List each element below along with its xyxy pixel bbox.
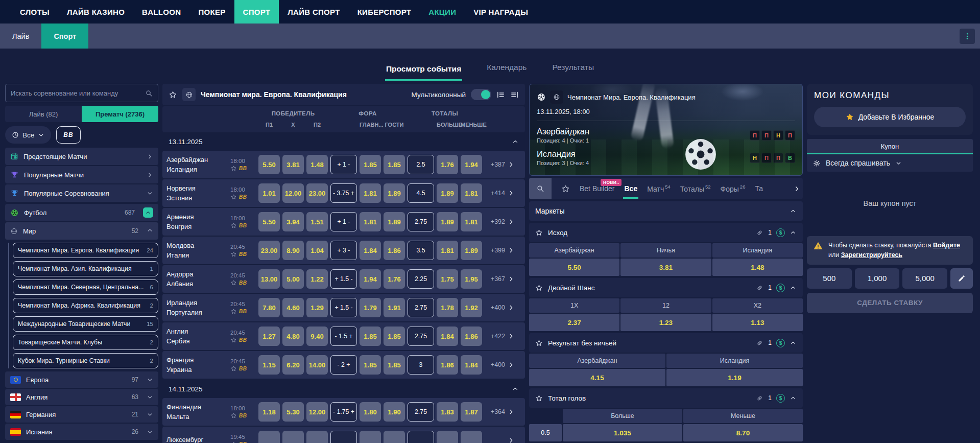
odd-over[interactable]: 1.76 [437,155,458,174]
league-item[interactable]: Чемпионат Мира. Северная, Центральна... … [13,279,158,295]
match-row[interactable]: Азербайджан Исландия 18:00 BB 5.503.811.… [162,151,525,178]
total-line[interactable]: 2.25 [408,269,434,289]
sidebar-item-eu[interactable]: Европа 97 [5,371,158,388]
option-odd[interactable]: 4.15 [529,369,665,386]
star-icon[interactable] [230,222,237,229]
sub-tab-1[interactable]: Лайв [0,24,41,49]
odd-p1[interactable]: 1.15 [258,355,280,375]
odd-under[interactable]: 1.94 [461,155,482,174]
option-odd[interactable]: 1.48 [712,259,803,276]
total-line[interactable]: 2.75 [408,327,434,346]
star-icon[interactable] [230,251,237,258]
chevron-right-icon[interactable] [793,185,801,193]
markets-accordion[interactable]: Маркеты [529,201,803,221]
top-nav-item-5[interactable]: СПОРТ [234,0,279,24]
odd-over[interactable]: 1.89 [437,183,458,203]
top-nav-item-8[interactable]: АКЦИИ [420,0,465,24]
date-group-header[interactable]: 14.11.2025 [162,380,525,398]
total-line[interactable]: 2.75 [408,298,434,317]
market-header[interactable]: Тотал голов 1 $ [529,388,803,408]
more-markets-count[interactable]: +400 [485,304,505,311]
odd-handicap-away[interactable] [384,431,405,443]
option-odd[interactable]: 1.23 [620,314,711,331]
odd-x[interactable]: 4.60 [282,298,304,317]
odd-handicap-away[interactable]: 1.90 [384,402,405,422]
odd-p2[interactable]: 9.40 [306,327,328,346]
odd-x[interactable]: 6.20 [282,355,304,375]
odd-over[interactable]: 1.83 [437,402,458,422]
stake-chip[interactable]: 1,000 [855,268,900,289]
handicap-line[interactable]: - 2 + [330,355,357,375]
match-row[interactable]: Норвегия Эстония 18:00 BB 1.0112.0023.00… [162,179,525,207]
odd-p2[interactable]: 1.48 [306,155,328,174]
market-tab-6[interactable]: Та [755,184,763,193]
chevron-right-icon[interactable] [508,304,515,311]
star-icon[interactable] [230,279,237,286]
place-bet-button[interactable]: СДЕЛАТЬ СТАВКУ [807,293,973,313]
star-icon[interactable] [230,194,237,200]
odd-handicap-home[interactable]: 1.85 [360,155,381,174]
more-markets-count[interactable]: +364 [485,408,505,415]
odd-x[interactable]: 5.30 [282,402,304,422]
league-item[interactable]: Чемпионат Мира. Африка. Квалификация 2 [13,298,158,313]
total-line[interactable]: 2.75 [408,402,434,422]
match-row[interactable]: Люксембург 19:45 BB [162,427,525,443]
star-icon[interactable] [230,441,237,443]
chevron-right-icon[interactable] [508,333,515,340]
odd-handicap-away[interactable]: 1.85 [384,355,405,375]
odd-p2[interactable] [306,431,328,443]
chevron-right-icon[interactable] [508,361,515,368]
odd-over[interactable]: 1.84 [437,327,458,346]
more-markets-count[interactable]: +422 [485,333,505,340]
match-row[interactable]: Франция Украина 20:45 BB 1.156.2014.00 -… [162,351,525,379]
odd-x[interactable]: 8.90 [282,241,304,260]
odd-p1[interactable] [258,431,280,443]
chevron-right-icon[interactable] [508,218,515,225]
star-icon[interactable] [561,184,570,193]
match-row[interactable]: Ирландия Португалия 20:45 BB 7.804.601.2… [162,294,525,321]
odd-over[interactable]: 1.89 [437,212,458,231]
star-icon[interactable] [230,308,237,315]
sidebar-item-football[interactable]: Футбол 687 [5,204,158,221]
star-icon[interactable] [535,339,543,347]
time-filter-dropdown[interactable]: Все [5,126,51,144]
odd-over[interactable]: 1.75 [437,269,458,289]
odd-handicap-away[interactable]: 1.86 [384,241,405,260]
odd-over[interactable]: 1.86 [437,355,458,375]
always-ask-dropdown[interactable]: Всегда спрашивать [807,154,973,172]
handicap-line[interactable]: - 1.5 + [330,327,357,346]
star-icon[interactable] [230,165,237,172]
total-line[interactable] [408,431,434,443]
search-input[interactable] [11,89,145,97]
market-tab-5[interactable]: Форы26 [721,184,746,193]
odd-over[interactable]: 1.78 [437,298,458,317]
odd-handicap-home[interactable]: 1.80 [360,402,381,422]
odd-handicap-home[interactable]: 1.81 [360,212,381,231]
odd-handicap-home[interactable]: 1.79 [360,298,381,317]
market-tab-1[interactable]: Bet BuilderНОВИ.. [580,184,614,193]
odd-under[interactable]: 1.81 [461,183,482,203]
odd-under[interactable]: 1.92 [461,298,482,317]
edit-stake-button[interactable] [950,268,973,289]
handicap-line[interactable]: + 1.5 - [330,298,357,317]
odd-p1[interactable]: 5.50 [258,212,280,231]
view-tab-2[interactable]: Календарь [486,63,528,81]
chevron-right-icon[interactable] [508,437,515,443]
odd-under[interactable]: 1.89 [461,241,482,260]
link-icon[interactable] [756,339,763,347]
odd-p1[interactable]: 5.50 [258,155,280,174]
chevron-up-icon[interactable] [790,394,797,402]
star-icon[interactable] [535,394,543,402]
total-line[interactable]: 4.5 [408,183,434,203]
more-markets-count[interactable]: +400 [485,361,505,368]
odd-handicap-home[interactable]: 1.94 [360,269,381,289]
league-item[interactable]: Чемпионат Мира. Азия. Квалификация 1 [13,261,158,276]
chevron-up-icon[interactable] [790,284,797,291]
link-icon[interactable] [756,284,763,292]
odd-x[interactable]: 4.80 [282,327,304,346]
top-nav-item-2[interactable]: ЛАЙВ КАЗИНО [58,0,133,24]
market-header[interactable]: Двойной Шанс 1 $ [529,278,803,297]
chevron-right-icon[interactable] [508,408,515,415]
view-right-icon[interactable] [510,90,519,99]
odd-handicap-away[interactable]: 1.76 [384,269,405,289]
